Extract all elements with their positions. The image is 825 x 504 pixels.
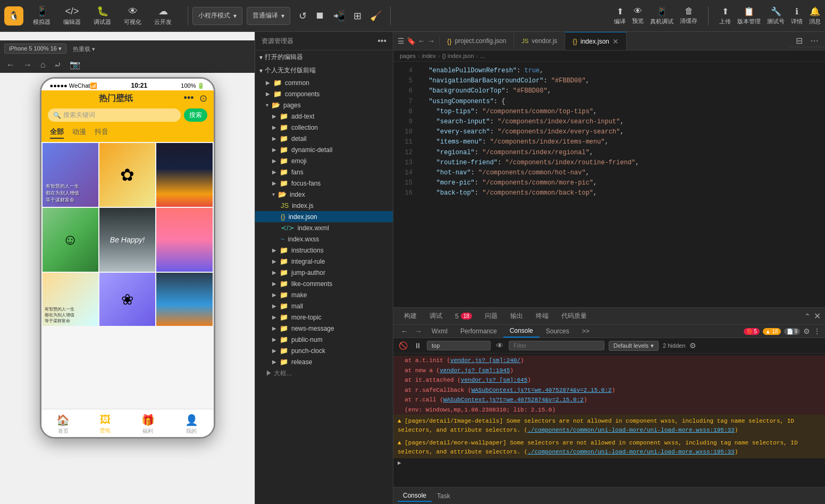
tab-vendor-js[interactable]: JS vendor.js xyxy=(514,32,565,50)
bottom-tab-console[interactable]: Console xyxy=(398,490,432,502)
folder-make[interactable]: ▶ 📁 make xyxy=(255,289,393,300)
file-index-js[interactable]: JS index.js xyxy=(255,200,393,211)
console-more-btn[interactable]: ⋮ xyxy=(813,327,821,335)
folder-integral-rule[interactable]: ▶ 📁 integral-rule xyxy=(255,256,393,267)
folder-like-comments[interactable]: ▶ 📁 like-comments xyxy=(255,278,393,289)
folder-detail[interactable]: ▶ 📁 detail xyxy=(255,133,393,144)
folder-emoji[interactable]: ▶ 📁 emoji xyxy=(255,155,393,166)
debug-tab-quality[interactable]: 代码质量 xyxy=(555,308,593,324)
hot-reload-btn[interactable]: 热重载 ▾ xyxy=(71,43,97,54)
scan-btn[interactable]: ⊙ xyxy=(199,93,207,104)
test-btn[interactable]: 🔧 测试号 xyxy=(767,6,785,26)
nav-fwd-editor-btn[interactable]: → xyxy=(427,37,435,45)
more-dots-btn[interactable]: ••• xyxy=(184,93,194,104)
folder-pages[interactable]: ▾ 📂 pages xyxy=(255,99,393,111)
console-tab-sources[interactable]: Sources xyxy=(540,325,576,338)
nav-wallpaper[interactable]: 🖼 壁纸 xyxy=(100,414,111,435)
navigate-fwd-btn[interactable]: → xyxy=(411,325,425,338)
tab-anime[interactable]: 动漫 xyxy=(72,127,86,139)
clear-cache-btn[interactable]: 🗑 清缓存 xyxy=(680,6,697,26)
tab-close-btn[interactable]: ✕ xyxy=(612,37,619,46)
console-context-input[interactable] xyxy=(427,341,491,350)
clear-btn[interactable]: 🧹 xyxy=(366,8,386,24)
search-button[interactable]: 搜索 xyxy=(184,108,207,122)
section-personal[interactable]: ▾ 个人无支付版前端 xyxy=(255,64,393,77)
console-tab-wxml[interactable]: Wxml xyxy=(425,325,454,338)
clear-console-btn[interactable]: 🚫 xyxy=(398,340,409,351)
wa-link-1[interactable]: WASubContext.js?t=we.40752874&v=2.15.0:2 xyxy=(472,387,612,393)
back-btn[interactable]: ← xyxy=(4,59,17,71)
console-gear-btn[interactable]: ⚙ xyxy=(689,341,696,350)
folder-jump-author[interactable]: ▶ 📁 jump-author xyxy=(255,267,393,278)
tab-all[interactable]: 全部 xyxy=(50,127,64,139)
bottom-tab-task[interactable]: Task xyxy=(432,490,456,502)
explorer-scroll[interactable]: ▾ 打开的编辑器 ▾ 个人无支付版前端 ▶ 📁 common ▶ xyxy=(255,51,393,504)
debug-tab-output[interactable]: 输出 xyxy=(504,308,529,324)
nav-back-editor-btn[interactable]: ← xyxy=(418,37,425,45)
wxss-link-1[interactable]: ./components/common/uni-load-more/uni-lo… xyxy=(527,427,734,433)
section-open-editors[interactable]: ▾ 打开的编辑器 xyxy=(255,51,393,64)
folder-dynamic-detail[interactable]: ▶ 📁 dynamic-detail xyxy=(255,144,393,155)
compile-btn[interactable]: ⬆ 编译 xyxy=(614,6,626,26)
nav-welfare[interactable]: 🎁 福利 xyxy=(141,414,155,435)
more-actions-btn[interactable]: ⋯ xyxy=(808,35,821,47)
console-filter-input[interactable] xyxy=(509,341,604,350)
preview-btn[interactable]: 👁 预览 xyxy=(632,6,644,26)
console-settings-btn[interactable]: ⚙ xyxy=(803,327,810,335)
file-index-wxml[interactable]: ≺/≻ index.wxml xyxy=(255,222,393,233)
outline-btn[interactable]: ☰ xyxy=(398,37,405,45)
search-field[interactable]: 🔍 搜索关键词 xyxy=(48,108,181,122)
mode-dropdown[interactable]: 小程序模式 ▾ xyxy=(192,7,242,25)
folder-instructions[interactable]: ▶ 📁 instructions xyxy=(255,245,393,256)
folder-focus-fans[interactable]: ▶ 📁 focus-fans xyxy=(255,178,393,189)
navigate-back-btn[interactable]: ← xyxy=(398,325,411,338)
editor-nav-btn[interactable]: </> 编辑器 xyxy=(58,3,86,28)
notification-btn[interactable]: 🔔 消息 xyxy=(809,6,821,26)
wallpaper-item[interactable]: 有智慧的人一生都在为别人增值等于谋财富命 xyxy=(43,143,98,207)
folder-punch-clock[interactable]: ▶ 📁 punch-clock xyxy=(255,345,393,356)
wa-link-2[interactable]: WASubContext.js?t=we.40752874&v=2.15.0:2 xyxy=(443,397,584,403)
version-mgmt-btn[interactable]: 📋 版本管理 xyxy=(737,6,761,26)
folder-components[interactable]: ▶ 📁 components xyxy=(255,88,393,99)
tab-douyin[interactable]: 抖音 xyxy=(95,127,108,139)
debug-tab-build[interactable]: 构建 xyxy=(398,308,423,324)
folder-mall[interactable]: ▶ 📁 mall xyxy=(255,300,393,312)
wallpaper-item-4[interactable]: ☺ xyxy=(43,208,98,272)
nav-profile[interactable]: 👤 我的 xyxy=(185,414,198,435)
phone-btn[interactable]: 📲 xyxy=(329,8,349,24)
debug-tab-problems[interactable]: 问题 xyxy=(478,308,504,324)
simulator-nav-btn[interactable]: 📱 模拟器 xyxy=(28,3,56,28)
device-selector[interactable]: iPhone 5 100% 16 ▾ xyxy=(4,44,66,54)
wallpaper-item-5[interactable]: Be Happy! xyxy=(99,208,155,272)
folder-collection[interactable]: ▶ 📁 collection xyxy=(255,122,393,133)
vendor-link-1[interactable]: vendor.js? [sm]:240/ xyxy=(450,357,520,364)
vendor-link-2[interactable]: vendor.js? [sm]:1945 xyxy=(440,367,510,374)
folder-index[interactable]: ▾ 📂 index xyxy=(255,189,393,200)
folder-public-num[interactable]: ▶ 📁 public-num xyxy=(255,334,393,345)
bookmark-btn[interactable]: 🔖 xyxy=(407,37,416,45)
cloud-nav-btn[interactable]: ☁ 云开发 xyxy=(149,3,177,28)
nav-home[interactable]: 🏠 首页 xyxy=(56,414,70,435)
console-tab-console[interactable]: Console xyxy=(503,325,540,338)
folder-release[interactable]: ▶ 📁 release xyxy=(255,356,393,367)
compile-dropdown[interactable]: 普通编译 ▾ xyxy=(247,7,290,25)
expand-arrow[interactable]: ▶ xyxy=(398,460,401,466)
console-tab-more[interactable]: >> xyxy=(576,325,596,338)
wallpaper-item-6[interactable] xyxy=(156,208,212,272)
wallpaper-item-3[interactable] xyxy=(156,143,212,207)
refresh-btn[interactable]: ↺ xyxy=(294,8,311,24)
debug-tab-terminal[interactable]: 终端 xyxy=(529,308,555,324)
debug-tab-debug[interactable]: 调试 xyxy=(423,308,449,324)
code-content[interactable]: "enablePullDownRefresh": true, "navigati… xyxy=(415,62,825,307)
pause-console-btn[interactable]: ⏸ xyxy=(413,340,423,351)
layout-btn[interactable]: ⊞ xyxy=(349,8,366,24)
visualize-nav-btn[interactable]: 👁 可视化 xyxy=(119,3,147,28)
upload-btn[interactable]: ⬆ 上传 xyxy=(719,6,731,26)
home-btn[interactable]: ⌂ xyxy=(38,59,48,71)
folder-news-message[interactable]: ▶ 📁 news-message xyxy=(255,323,393,334)
log-levels-dropdown[interactable]: Default levels ▾ xyxy=(609,341,659,351)
rotate-btn[interactable]: ⤾ xyxy=(52,58,63,71)
screenshot-btn[interactable]: 📷 xyxy=(68,58,82,71)
forward-btn[interactable]: → xyxy=(21,59,34,71)
folder-fans[interactable]: ▶ 📁 fans xyxy=(255,166,393,178)
